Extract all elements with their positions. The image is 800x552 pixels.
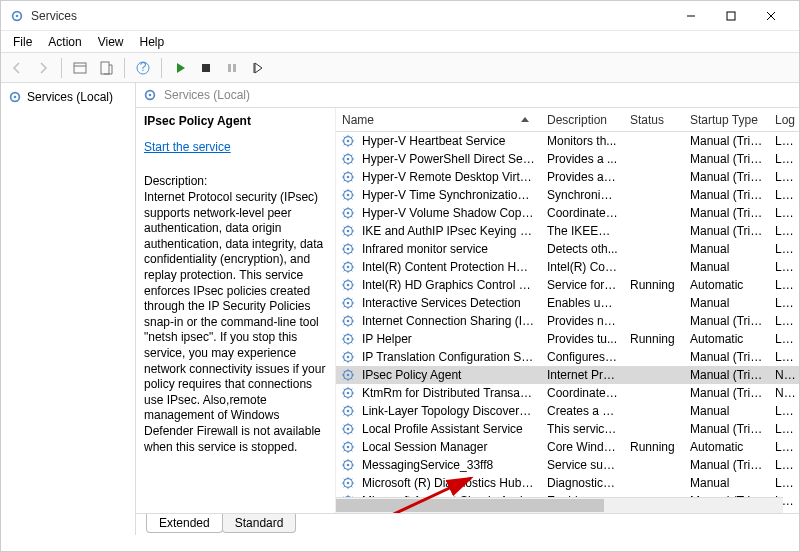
- service-row[interactable]: Interactive Services DetectionEnables us…: [336, 294, 799, 312]
- service-row[interactable]: KtmRm for Distributed Transaction...Coor…: [336, 384, 799, 402]
- gear-icon: [340, 205, 356, 221]
- svg-point-22: [347, 158, 350, 161]
- menu-file[interactable]: File: [5, 33, 40, 51]
- service-row[interactable]: MessagingService_33ff8Service sup...Manu…: [336, 456, 799, 474]
- gear-icon: [340, 457, 356, 473]
- gear-icon: [340, 313, 356, 329]
- horizontal-scrollbar[interactable]: [336, 497, 783, 513]
- service-row[interactable]: IP HelperProvides tu...RunningAutomaticL…: [336, 330, 799, 348]
- cell-description: Intel(R) Con...: [541, 260, 624, 274]
- list-header: Name Description Status Startup Type Log: [336, 108, 799, 132]
- cell-logon: Loc: [769, 296, 799, 310]
- col-header-description[interactable]: Description: [541, 110, 624, 130]
- service-row[interactable]: Hyper-V PowerShell Direct ServiceProvide…: [336, 150, 799, 168]
- content-header-title: Services (Local): [164, 88, 250, 102]
- cell-logon: Loc: [769, 458, 799, 472]
- cell-logon: Loc: [769, 224, 799, 238]
- minimize-button[interactable]: [671, 2, 711, 30]
- service-row[interactable]: IKE and AuthIP IPsec Keying Modu...The I…: [336, 222, 799, 240]
- service-row[interactable]: Hyper-V Remote Desktop Virtualiz...Provi…: [336, 168, 799, 186]
- svg-point-16: [14, 96, 17, 99]
- service-row[interactable]: Intel(R) Content Protection HECI S...Int…: [336, 258, 799, 276]
- cell-description: Diagnostics ...: [541, 476, 624, 490]
- col-header-status[interactable]: Status: [624, 110, 684, 130]
- col-header-startup[interactable]: Startup Type: [684, 110, 769, 130]
- services-icon: [7, 89, 23, 105]
- svg-point-24: [347, 176, 350, 179]
- forward-button[interactable]: [31, 56, 55, 80]
- tab-standard[interactable]: Standard: [222, 514, 297, 533]
- gear-icon: [340, 259, 356, 275]
- tab-extended[interactable]: Extended: [146, 514, 223, 533]
- service-row[interactable]: Intel(R) HD Graphics Control Panel...Ser…: [336, 276, 799, 294]
- cell-logon: Loc: [769, 332, 799, 346]
- cell-startup: Manual: [684, 260, 769, 274]
- service-row[interactable]: Hyper-V Heartbeat ServiceMonitors th...M…: [336, 132, 799, 150]
- list-body[interactable]: Hyper-V Heartbeat ServiceMonitors th...M…: [336, 132, 799, 513]
- service-row[interactable]: IPsec Policy AgentInternet Pro...Manual …: [336, 366, 799, 384]
- cell-logon: Loc: [769, 314, 799, 328]
- cell-startup: Automatic: [684, 278, 769, 292]
- cell-logon: Loc: [769, 188, 799, 202]
- restart-button[interactable]: [246, 56, 270, 80]
- nav-tree[interactable]: Services (Local): [1, 83, 136, 535]
- cell-startup: Manual (Trig...: [684, 350, 769, 364]
- service-row[interactable]: Local Session ManagerCore Windo...Runnin…: [336, 438, 799, 456]
- export-button[interactable]: [94, 56, 118, 80]
- cell-description: The IKEEXT ...: [541, 224, 624, 238]
- service-row[interactable]: Microsoft (R) Diagnostics Hub Sta...Diag…: [336, 474, 799, 492]
- cell-logon: Loc: [769, 134, 799, 148]
- cell-startup: Manual (Trig...: [684, 422, 769, 436]
- gear-icon: [340, 331, 356, 347]
- cell-startup: Manual (Trig...: [684, 170, 769, 184]
- sort-asc-icon: [521, 117, 529, 122]
- cell-name: IP Helper: [356, 332, 541, 346]
- close-button[interactable]: [751, 2, 791, 30]
- cell-description: Enables use...: [541, 296, 624, 310]
- service-row[interactable]: Infrared monitor serviceDetects oth...Ma…: [336, 240, 799, 258]
- back-button[interactable]: [5, 56, 29, 80]
- gear-icon: [340, 169, 356, 185]
- stop-button[interactable]: [194, 56, 218, 80]
- col-header-name[interactable]: Name: [336, 110, 541, 130]
- cell-description: Provides a p...: [541, 170, 624, 184]
- help-button[interactable]: ?: [131, 56, 155, 80]
- service-row[interactable]: Local Profile Assistant ServiceThis serv…: [336, 420, 799, 438]
- cell-logon: Loc: [769, 260, 799, 274]
- menu-view[interactable]: View: [90, 33, 132, 51]
- gear-icon: [340, 295, 356, 311]
- cell-description: Synchronize...: [541, 188, 624, 202]
- cell-name: Intel(R) HD Graphics Control Panel...: [356, 278, 541, 292]
- gear-icon: [340, 385, 356, 401]
- start-service-link[interactable]: Start the service: [144, 140, 231, 154]
- cell-name: Hyper-V PowerShell Direct Service: [356, 152, 541, 166]
- service-row[interactable]: Hyper-V Volume Shadow Copy Re...Coordina…: [336, 204, 799, 222]
- svg-rect-11: [202, 64, 210, 72]
- cell-startup: Manual (Trig...: [684, 368, 769, 382]
- pause-button[interactable]: [220, 56, 244, 80]
- service-row[interactable]: Link-Layer Topology Discovery Ma...Creat…: [336, 402, 799, 420]
- service-row[interactable]: IP Translation Configuration ServiceConf…: [336, 348, 799, 366]
- svg-point-1: [16, 14, 19, 17]
- svg-point-42: [347, 338, 350, 341]
- menu-action[interactable]: Action: [40, 33, 89, 51]
- cell-status: Running: [624, 278, 684, 292]
- properties-button[interactable]: [68, 56, 92, 80]
- play-button[interactable]: [168, 56, 192, 80]
- cell-description: Service for I...: [541, 278, 624, 292]
- svg-point-20: [347, 140, 350, 143]
- nav-services-local[interactable]: Services (Local): [3, 87, 133, 107]
- separator: [124, 58, 125, 78]
- content-pane: Services (Local) IPsec Policy Agent Star…: [136, 83, 799, 535]
- gear-icon: [340, 367, 356, 383]
- service-row[interactable]: Hyper-V Time Synchronization Serv...Sync…: [336, 186, 799, 204]
- maximize-button[interactable]: [711, 2, 751, 30]
- cell-logon: Loc: [769, 242, 799, 256]
- service-row[interactable]: Internet Connection Sharing (ICS)Provide…: [336, 312, 799, 330]
- svg-point-54: [347, 446, 350, 449]
- scrollbar-thumb[interactable]: [336, 499, 604, 512]
- cell-name: Intel(R) Content Protection HECI S...: [356, 260, 541, 274]
- menu-help[interactable]: Help: [132, 33, 173, 51]
- col-header-logon[interactable]: Log: [769, 110, 799, 130]
- cell-startup: Manual (Trig...: [684, 152, 769, 166]
